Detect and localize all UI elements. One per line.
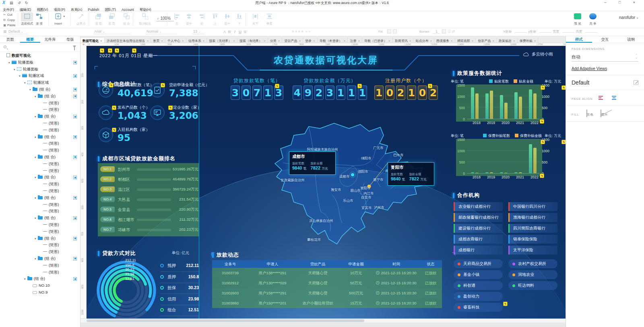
visibility-toggle[interactable] — [73, 61, 77, 64]
doc-tab-创新产品[interactable]: 创新产品× — [476, 38, 497, 43]
tree-node[interactable]: ▾轮播面板 — [0, 66, 80, 73]
doc-tab-登录[interactable]: 登录× — [303, 38, 318, 43]
visibility-toggle[interactable] — [73, 237, 77, 240]
field-y坐标[interactable]: y坐标 — [528, 29, 553, 33]
preview-button[interactable]: 预 览 — [572, 13, 584, 26]
visibility-toggle[interactable] — [73, 216, 77, 220]
fill-image-option[interactable]: 图片 — [601, 110, 607, 117]
tree-node[interactable]: ▾(组 合) — [0, 275, 80, 282]
doc-tab-国债服务[interactable]: 国债服务× — [434, 38, 455, 43]
left-panel-tab-元件库[interactable]: 元件库 — [40, 36, 60, 43]
tree-node[interactable]: ▾轮播面板 — [0, 59, 80, 66]
tree-node[interactable]: ▾(组 合) — [0, 174, 80, 181]
visibility-toggle[interactable] — [73, 277, 77, 281]
tree-node[interactable]: (矩形) — [0, 100, 80, 107]
partner-pill-button[interactable]: 天府商品交易所 — [454, 259, 503, 268]
visibility-toggle[interactable] — [73, 155, 77, 159]
doc-tab-搜索（无结果）[interactable]: 搜索（无结果）× — [207, 38, 237, 43]
visibility-toggle[interactable] — [73, 115, 77, 118]
style-preset-select[interactable]: Default ⌄ — [8, 29, 27, 34]
filter-icon[interactable] — [73, 46, 76, 48]
tree-node[interactable]: ▾轮播区域 — [0, 79, 80, 86]
field-高度[interactable]: 高度 — [576, 29, 599, 33]
tree-node[interactable]: NO.10 — [0, 282, 80, 289]
right-panel-tab-说明[interactable]: 说明 — [618, 36, 644, 43]
visibility-toggle[interactable] — [73, 88, 77, 91]
partner-pill-button[interactable]: 科创通 — [454, 281, 503, 290]
tree-node[interactable]: (矩形) — [0, 181, 80, 188]
partner-pill-button[interactable]: 睿畜科技 — [454, 303, 503, 312]
tree-node[interactable]: (矩形) — [0, 221, 80, 228]
partner-pill-button[interactable]: 基金小镇 — [454, 270, 503, 279]
tree-node[interactable]: ▾(组 合) — [0, 215, 80, 221]
doc-tab-站点分布[interactable]: 站点分布× — [413, 38, 434, 43]
paragraph-align-group[interactable]: ≡ ≡ ≡ ≡ = = — [292, 29, 311, 33]
tree-node[interactable]: (矩形) — [0, 242, 80, 248]
border-color-swatch[interactable] — [442, 29, 446, 33]
outline-tree[interactable]: 数据可视化▾轮播面板▾轮播面板▾轮播区域▾轮播区域▾(组 合)▾(组 合)(矩形… — [0, 52, 80, 327]
tree-node[interactable]: (矩形) — [0, 208, 80, 215]
partner-bank-button[interactable]: 邮政储蓄银行成都分行 — [454, 213, 503, 222]
fill-color-option[interactable]: 彩色 — [586, 110, 593, 117]
tree-node[interactable]: ▾(组 合) — [0, 154, 80, 161]
partner-bank-button[interactable]: 锦泰保险保险 — [508, 235, 557, 244]
partner-pill-button[interactable]: 盈创动力 — [454, 292, 503, 301]
doc-tab-导航（未登录）[interactable]: 导航（未登录）× — [318, 38, 348, 43]
doc-tab-精简底部[interactable]: 精简底部× — [455, 38, 476, 43]
left-panel-tabs[interactable]: 页面概要元件库母版 — [0, 36, 80, 43]
doc-tab-贷款产品[interactable]: 贷款产品× — [282, 38, 303, 43]
doc-tab-搜索（有结果）[interactable]: 搜索（有结果）× — [237, 38, 268, 43]
partner-bank-button[interactable]: 建设银行成都分行 — [454, 224, 503, 233]
text-style-group[interactable]: A B I U ≣ — [223, 29, 247, 34]
tree-node[interactable]: (矩形) — [0, 269, 80, 276]
tree-node[interactable]: ▾(组 合) — [0, 195, 80, 201]
tree-node[interactable]: (矩形) — [0, 188, 80, 195]
tree-node[interactable]: ▾(组 合) — [0, 255, 80, 262]
right-panel-tabs[interactable]: 样式交互说明 — [566, 36, 644, 43]
tree-node[interactable]: ▾(组 合) — [0, 93, 80, 100]
horizontal-scrollbar[interactable] — [80, 319, 566, 323]
tree-node[interactable]: ▾(组 合) — [0, 134, 80, 141]
doc-tab-个人中心[interactable]: 个人中心× — [165, 38, 186, 43]
visibility-toggle[interactable] — [73, 95, 77, 98]
scrollbar-thumb[interactable] — [87, 319, 364, 322]
doc-tab-涉农经营主体信用信息报告[interactable]: 涉农经营主体信用信息报告× — [105, 38, 151, 43]
doc-tab-政策贴息[interactable]: 政策贴息× — [497, 38, 518, 43]
partner-bank-button[interactable]: 四川简阳农商银行 — [508, 224, 557, 233]
align-left-page-icon[interactable] — [599, 96, 605, 101]
left-panel-tab-概要[interactable]: 概要 — [20, 36, 40, 43]
visibility-toggle[interactable] — [73, 74, 77, 78]
paste-button[interactable]: ▣Paste — [3, 23, 15, 28]
visibility-toggle[interactable] — [73, 257, 77, 261]
left-panel-tab-页面[interactable]: 页面 — [0, 36, 20, 43]
partner-bank-button[interactable]: 太平洋保险 — [508, 246, 557, 255]
share-button[interactable]: 共 享 — [587, 13, 599, 26]
partner-bank-button[interactable]: 中国银行四川分行 — [508, 202, 557, 211]
right-panel-tab-交互[interactable]: 交互 — [592, 36, 618, 43]
partner-bank-button[interactable]: 成都银行 — [454, 246, 503, 255]
tree-node[interactable]: (矩形) — [0, 201, 80, 208]
partner-pill-button[interactable]: 农村产权交易所 — [508, 259, 557, 268]
partner-bank-button[interactable]: 成都农商银行 — [454, 235, 503, 244]
page-dimensions-select[interactable]: 自动⌃⌄ — [572, 54, 638, 62]
doc-tab-新闻资讯[interactable]: 新闻资讯× — [393, 38, 414, 43]
window-controls[interactable]: – □ × — [604, 0, 641, 4]
tree-node[interactable]: 数据可视化 — [0, 52, 80, 59]
visibility-toggle[interactable] — [73, 135, 77, 139]
visibility-toggle[interactable] — [73, 176, 77, 179]
tree-node[interactable]: ▾(组 合) — [0, 86, 80, 93]
fill-image-swatch[interactable] — [393, 29, 397, 33]
left-panel-tab-母版[interactable]: 母版 — [60, 36, 80, 43]
doc-tab-导航（已登录）[interactable]: 导航（已登录）× — [362, 38, 393, 43]
tree-node[interactable]: (矩形) — [0, 262, 80, 269]
font-family-select[interactable]: Arial ⌄ — [93, 29, 130, 34]
edit-style-icon[interactable] — [634, 80, 638, 85]
tree-node[interactable]: (矩形) — [0, 248, 80, 255]
partner-bank-button[interactable]: 农业银行成都分行 — [454, 202, 503, 211]
partner-pill-button[interactable]: 旺达饲料 — [508, 281, 557, 290]
document-tab-strip[interactable]: 数据可视化×涉农经营主体信用信息报告×首页×个人中心×信用体系×搜索（无结果）×… — [80, 36, 566, 43]
partner-pill-button[interactable]: 润地农业 — [508, 270, 557, 279]
tree-node[interactable]: NO.9 — [0, 289, 80, 296]
toolbar-item-connector[interactable]: 连 接 — [35, 12, 43, 26]
add-adaptive-views-link[interactable]: Add Adaptive Views — [572, 66, 638, 71]
